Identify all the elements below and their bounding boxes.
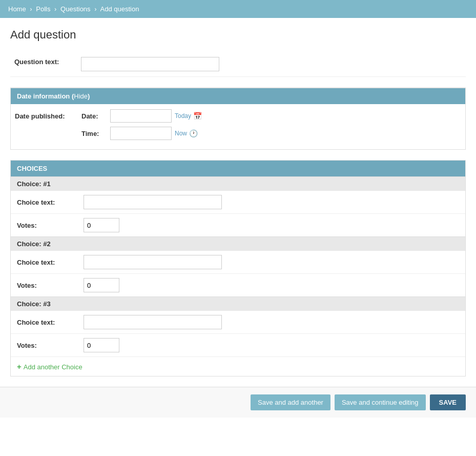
date-section: Date information (Hide) Date published: … <box>10 88 466 150</box>
breadcrumb-bar: Home › Polls › Questions › Add question <box>0 0 476 18</box>
choices-section: CHOICES Choice: #1 Choice text: Votes: C… <box>10 160 466 376</box>
date-label: Date: <box>81 112 107 120</box>
date-inner: Date published: Date: Today 📅 Time: Now … <box>11 104 465 149</box>
calendar-icon: 📅 <box>193 112 202 120</box>
choice-3-text-label: Choice text: <box>17 319 84 326</box>
breadcrumb-sep-2: › <box>54 5 56 13</box>
now-link[interactable]: Now <box>175 130 187 137</box>
choice-3-header: Choice: #3 <box>11 296 465 311</box>
choice-3-text-row: Choice text: <box>11 311 465 334</box>
breadcrumb-sep-3: › <box>94 5 96 13</box>
add-choice-row: +Add another Choice <box>11 356 465 376</box>
date-section-header: Date information (Hide) <box>11 88 465 104</box>
date-published-row: Date published: Date: Today 📅 Time: Now … <box>15 109 461 144</box>
date-published-fields: Date: Today 📅 Time: Now 🕐 <box>81 109 202 144</box>
question-text-cell <box>77 52 466 77</box>
choice-2-text-row: Choice text: <box>11 251 465 274</box>
breadcrumb-questions[interactable]: Questions <box>60 5 91 13</box>
choice-1-votes-input[interactable] <box>84 218 119 232</box>
actions-bar: Save and add another Save and continue e… <box>0 387 476 418</box>
date-row: Date: Today 📅 <box>81 109 202 123</box>
date-input[interactable] <box>110 109 172 123</box>
save-add-another-button[interactable]: Save and add another <box>251 394 330 410</box>
choice-3-votes-label: Votes: <box>17 342 84 349</box>
choice-2-votes-input[interactable] <box>84 278 119 292</box>
today-link[interactable]: Today <box>175 112 191 120</box>
question-text-input[interactable] <box>81 57 219 71</box>
choice-3-votes-row: Votes: <box>11 334 465 356</box>
save-button[interactable]: SAVE <box>430 394 466 410</box>
choice-3-text-input[interactable] <box>84 315 222 329</box>
choice-2-text-label: Choice text: <box>17 259 84 266</box>
clock-icon: 🕐 <box>189 129 198 137</box>
choice-2-votes-label: Votes: <box>17 282 84 289</box>
date-hide-link[interactable]: Hide <box>74 92 88 100</box>
breadcrumb-sep-1: › <box>30 5 32 13</box>
question-form: Question text: <box>10 52 466 77</box>
breadcrumb-polls[interactable]: Polls <box>36 5 50 13</box>
add-another-choice-link[interactable]: +Add another Choice <box>17 363 82 371</box>
plus-icon: + <box>17 362 22 371</box>
choices-header-text: CHOICES <box>17 165 47 172</box>
add-another-label: Add another Choice <box>24 363 82 371</box>
choice-2-header: Choice: #2 <box>11 236 465 251</box>
choices-section-header: CHOICES <box>11 161 465 176</box>
time-input[interactable] <box>110 127 172 140</box>
time-row: Time: Now 🕐 <box>81 127 202 140</box>
choice-3-votes-input[interactable] <box>84 338 119 352</box>
choice-1-text-row: Choice text: <box>11 191 465 214</box>
choice-1-votes-label: Votes: <box>17 222 84 229</box>
page-title: Add question <box>10 28 466 42</box>
date-published-label: Date published: <box>15 109 81 120</box>
breadcrumb-current: Add question <box>100 5 139 13</box>
question-text-label: Question text: <box>10 52 77 77</box>
choice-1-text-input[interactable] <box>84 195 222 209</box>
choice-1-votes-row: Votes: <box>11 214 465 236</box>
date-header-text: Date information <box>17 92 70 100</box>
choice-2-votes-row: Votes: <box>11 274 465 296</box>
save-continue-button[interactable]: Save and continue editing <box>335 394 426 410</box>
choice-3-fields: Choice text: Votes: <box>11 311 465 356</box>
choice-2-text-input[interactable] <box>84 255 222 269</box>
time-label: Time: <box>81 130 107 137</box>
choice-1-text-label: Choice text: <box>17 199 84 206</box>
breadcrumb-home[interactable]: Home <box>8 5 26 13</box>
choice-1-fields: Choice text: Votes: <box>11 191 465 236</box>
date-section-title: Date information (Hide) <box>17 92 90 100</box>
choice-2-fields: Choice text: Votes: <box>11 251 465 296</box>
main-content: Add question Question text: Date informa… <box>0 18 476 376</box>
choice-1-header: Choice: #1 <box>11 176 465 191</box>
